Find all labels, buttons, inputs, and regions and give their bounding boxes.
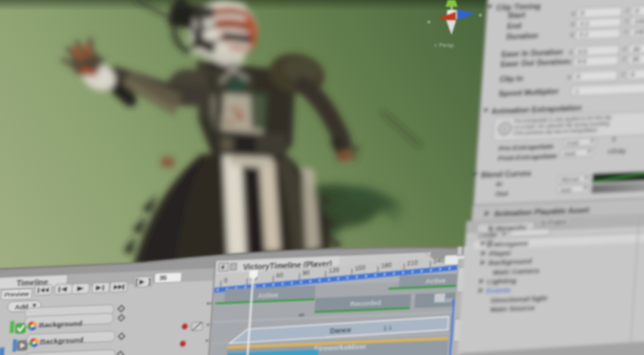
svg-text:Hold: Hold [566, 140, 579, 147]
svg-text:210: 210 [407, 259, 417, 267]
svg-text:246: 246 [633, 28, 644, 36]
svg-text:Clip In: Clip In [499, 74, 524, 83]
svg-text:0.5: 0.5 [578, 47, 588, 55]
svg-text:Start: Start [508, 11, 527, 20]
svg-text:4.1: 4.1 [580, 20, 589, 27]
svg-text:0: 0 [630, 71, 635, 78]
svg-text:240: 240 [433, 256, 444, 265]
svg-text:246: 246 [634, 17, 644, 26]
svg-text:s: s [568, 58, 572, 66]
svg-text:∞: ∞ [299, 309, 305, 319]
svg-text:s: s [569, 48, 573, 55]
svg-text:60: 60 [277, 271, 284, 279]
svg-text:s: s [567, 74, 571, 81]
svg-text:1: 1 [575, 87, 580, 95]
svg-text:35: 35 [159, 275, 167, 282]
svg-text:End: End [507, 21, 522, 30]
svg-text:Hold: Hold [564, 149, 577, 157]
svg-text:s: s [571, 20, 574, 28]
svg-text:Preview: Preview [4, 291, 30, 299]
svg-text:Events: Events [486, 286, 512, 295]
svg-text:0: 0 [612, 136, 617, 143]
svg-text:Recor: Recor [434, 297, 453, 305]
svg-text:4.1: 4.1 [579, 30, 589, 38]
svg-text:< Persp: < Persp [434, 42, 454, 49]
svg-text:Player: Player [489, 249, 511, 258]
svg-text:180: 180 [381, 261, 392, 269]
svg-text:150: 150 [355, 263, 365, 272]
svg-text:Create: Create [478, 231, 498, 239]
svg-text:◫ Project: ◫ Project [540, 218, 567, 225]
svg-text:90: 90 [302, 269, 310, 277]
svg-text:0.5: 0.5 [577, 58, 587, 65]
svg-text:0: 0 [224, 276, 227, 284]
svg-text:1.1: 1.1 [383, 324, 392, 331]
svg-text:Infinity: Infinity [608, 147, 627, 156]
svg-text:Auto: Auto [560, 186, 572, 193]
svg-text:Out: Out [495, 189, 508, 198]
svg-text:30: 30 [633, 45, 641, 52]
svg-text:0: 0 [635, 7, 639, 14]
svg-text:30: 30 [632, 55, 640, 63]
svg-text:Duration: Duration [506, 32, 539, 42]
svg-text:Dance: Dance [330, 326, 352, 335]
svg-text:Minigame: Minigame [494, 238, 530, 248]
svg-text:Recorded: Recorded [350, 300, 381, 309]
svg-text:Active: Active [425, 277, 445, 285]
svg-text:In: In [496, 179, 503, 187]
svg-text:s: s [571, 10, 575, 17]
svg-text:Active: Active [258, 291, 278, 299]
svg-text:s: s [570, 31, 574, 39]
svg-text:Lighting: Lighting [486, 276, 517, 286]
svg-text:Clip Timing: Clip Timing [496, 1, 542, 11]
svg-text:120: 120 [329, 265, 339, 274]
svg-text:0: 0 [576, 73, 580, 80]
svg-text:Manual: Manual [561, 176, 580, 184]
svg-text:0: 0 [580, 9, 585, 17]
